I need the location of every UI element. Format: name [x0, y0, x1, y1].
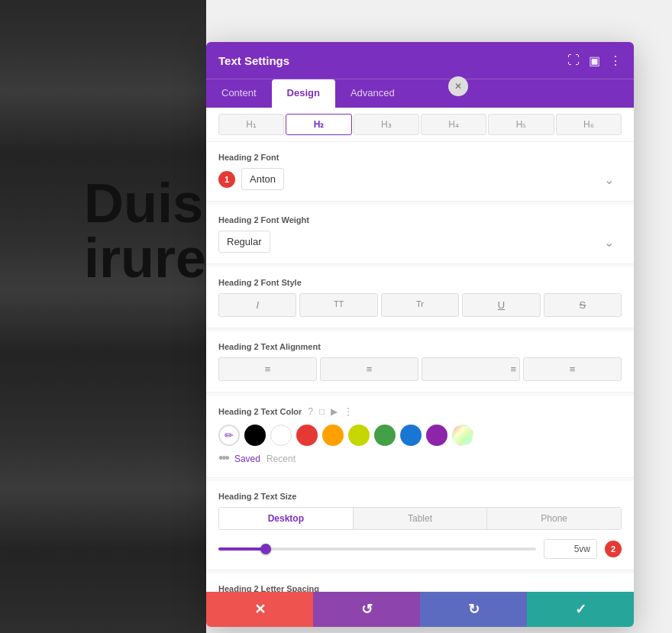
tab-bar: Content Design Advanced — [206, 79, 634, 108]
font-weight-label: Heading 2 Font Weight — [218, 215, 622, 224]
heading-h5-btn[interactable]: H₅ — [488, 114, 554, 135]
tab-content[interactable]: Content — [206, 79, 272, 108]
swatch-purple[interactable] — [426, 425, 447, 446]
swatch-custom[interactable] — [452, 425, 473, 446]
color-swatches: ✏ — [218, 425, 622, 446]
capitalize-btn[interactable]: Tr — [381, 293, 459, 317]
eyedropper-icon: ✏ — [225, 429, 234, 441]
color-picker-btn[interactable]: ✏ — [218, 425, 240, 446]
split-icon[interactable]: ▣ — [589, 53, 600, 68]
fullscreen-icon[interactable]: ⛶ — [567, 53, 580, 67]
panel-header: Text Settings ⛶ ▣ ⋮ — [206, 42, 634, 79]
heading-h2-btn[interactable]: H₂ — [286, 114, 351, 135]
color-device-icon[interactable]: □ — [319, 406, 325, 417]
color-cursor-icon[interactable]: ▶ — [331, 406, 338, 417]
swatch-red[interactable] — [296, 425, 318, 446]
font-weight-section: Heading 2 Font Weight Regular Bold Light — [206, 205, 634, 264]
align-justify-btn[interactable]: ≡ — [523, 357, 622, 381]
swatch-orange[interactable] — [322, 425, 344, 446]
size-device-tabs: Desktop Tablet Phone — [218, 507, 622, 530]
swatch-yellow-green[interactable] — [348, 425, 370, 446]
cancel-button[interactable]: ✕ — [206, 592, 313, 627]
heading-h3-btn[interactable]: H₃ — [354, 114, 419, 135]
panel-title: Text Settings — [218, 54, 289, 67]
size-tab-desktop[interactable]: Desktop — [219, 508, 354, 529]
size-tab-phone[interactable]: Phone — [487, 508, 621, 529]
font-badge: 1 — [218, 171, 235, 188]
heading-h6-btn[interactable]: H₆ — [556, 114, 622, 135]
swatch-blue[interactable] — [400, 425, 422, 446]
text-size-track[interactable] — [218, 547, 536, 551]
font-style-section: Heading 2 Font Style I TT Tr U S — [206, 267, 634, 328]
text-alignment-section: Heading 2 Text Alignment ≡ ≡ ≡ ≡ — [206, 331, 634, 392]
bottom-bar: ✕ ↺ ↻ ✓ — [206, 592, 634, 627]
headline-text: Duis irure — [84, 176, 206, 286]
font-weight-select-wrapper: Regular Bold Light — [218, 231, 622, 253]
tab-advanced[interactable]: Advanced — [335, 79, 410, 108]
more-colors-btn[interactable]: ••• — [218, 451, 228, 467]
text-size-badge: 2 — [605, 541, 622, 557]
swatch-white[interactable] — [270, 425, 292, 446]
font-section: Heading 2 Font 1 Anton — [206, 142, 634, 202]
panel-close-button[interactable]: ✕ — [448, 76, 468, 96]
align-center-btn[interactable]: ≡ — [320, 357, 418, 381]
align-buttons: ≡ ≡ ≡ ≡ — [218, 357, 622, 381]
text-size-fill — [218, 547, 266, 551]
recent-link[interactable]: Recent — [267, 454, 296, 464]
underline-btn[interactable]: U — [462, 293, 540, 317]
undo-button[interactable]: ↺ — [313, 592, 420, 627]
saved-link[interactable]: Saved — [234, 454, 260, 464]
font-select[interactable]: Anton — [241, 168, 284, 190]
uppercase-btn[interactable]: TT — [299, 293, 377, 317]
italic-btn[interactable]: I — [218, 293, 296, 317]
swatch-black[interactable] — [244, 425, 266, 446]
size-tab-tablet[interactable]: Tablet — [354, 508, 488, 529]
align-left-btn[interactable]: ≡ — [218, 357, 317, 381]
more-icon[interactable]: ⋮ — [609, 53, 622, 68]
text-size-thumb[interactable] — [260, 544, 271, 554]
background-image: Duis irure — [0, 0, 206, 633]
text-size-slider-row: 2 — [218, 539, 622, 559]
color-header: Heading 2 Text Color ? □ ▶ ⋮ — [218, 406, 622, 417]
confirm-button[interactable]: ✓ — [527, 592, 634, 627]
text-size-section: Heading 2 Text Size Desktop Tablet Phone… — [206, 481, 634, 570]
heading-h1-btn[interactable]: H₁ — [218, 114, 284, 135]
saved-recent-row: ••• Saved Recent — [218, 451, 622, 467]
text-color-section: Heading 2 Text Color ? □ ▶ ⋮ ✏ — [206, 396, 634, 478]
font-label: Heading 2 Font — [218, 153, 622, 162]
align-right-btn[interactable]: ≡ — [422, 357, 520, 381]
heading-h4-btn[interactable]: H₄ — [421, 114, 486, 135]
tab-design[interactable]: Design — [272, 79, 335, 108]
font-select-row: 1 Anton — [218, 168, 622, 190]
font-select-wrapper: Anton — [241, 168, 622, 190]
panel-body: H₁ H₂ H₃ H₄ H₅ H₆ Heading 2 Font 1 Anton… — [206, 108, 634, 627]
font-weight-select[interactable]: Regular Bold Light — [218, 231, 270, 253]
style-buttons: I TT Tr U S — [218, 293, 622, 317]
heading-selector: H₁ H₂ H₃ H₄ H₅ H₆ — [206, 108, 634, 142]
redo-button[interactable]: ↻ — [420, 592, 527, 627]
text-color-label: Heading 2 Text Color — [218, 407, 302, 416]
text-settings-panel: Text Settings ⛶ ▣ ⋮ Content Design Advan… — [206, 42, 634, 627]
strikethrough-btn[interactable]: S — [544, 293, 622, 317]
text-alignment-label: Heading 2 Text Alignment — [218, 342, 622, 351]
swatch-green[interactable] — [374, 425, 396, 446]
color-more-icon[interactable]: ⋮ — [344, 406, 353, 417]
text-size-input[interactable] — [544, 539, 597, 559]
text-size-label: Heading 2 Text Size — [218, 492, 622, 501]
color-help-icon[interactable]: ? — [308, 406, 313, 417]
header-icons: ⛶ ▣ ⋮ — [567, 53, 622, 68]
font-style-label: Heading 2 Font Style — [218, 278, 622, 287]
